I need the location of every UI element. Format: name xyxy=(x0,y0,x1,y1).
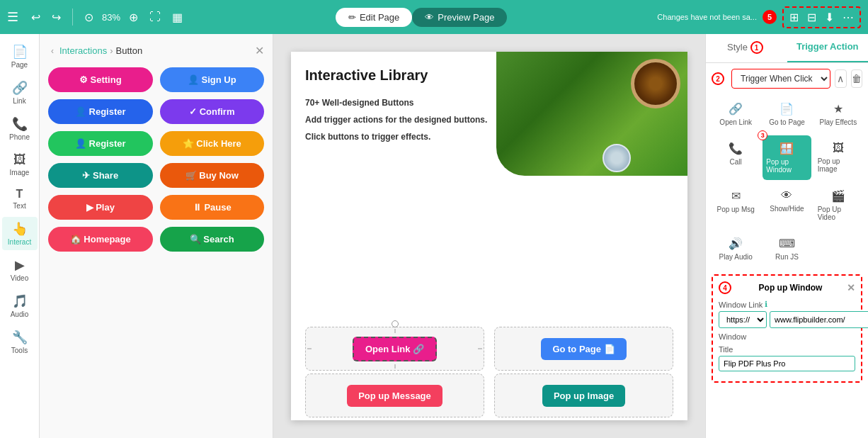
panel-button-7[interactable]: 🛒 Buy Now xyxy=(160,163,265,188)
canvas-popupimg-button[interactable]: Pop up Image xyxy=(542,385,625,407)
badge-1: 1 xyxy=(750,41,763,54)
canvas-gotopage-button[interactable]: Go to Page 📄 xyxy=(541,338,626,360)
action-item-open-link[interactable]: 🔗Open Link xyxy=(712,96,760,133)
edit-page-button[interactable]: ✏ Edit Page xyxy=(336,8,412,27)
redo-icon[interactable]: ↪ xyxy=(49,9,64,26)
action-grid: 🔗Open Link📄Go to Page★Play Effects📞Call🪟… xyxy=(712,96,862,267)
collapse-icon[interactable]: ⊟ xyxy=(804,9,819,26)
topbar-action-icons: ⊞ ⊟ ⬇ ⋯ xyxy=(782,6,861,28)
sidebar-label-tools: Tools xyxy=(11,347,28,354)
badge-4: 4 xyxy=(719,281,731,294)
sidebar-item-tools[interactable]: 🔧 Tools xyxy=(2,325,38,359)
action-item-call[interactable]: 📞Call xyxy=(712,135,760,180)
panel-button-0[interactable]: ⚙ Setting xyxy=(48,67,153,92)
trigger-delete-icon[interactable]: 🗑 xyxy=(851,69,863,88)
interact-icon: 👆 xyxy=(12,221,28,237)
action-item-pop-up-image[interactable]: 🖼Pop up Image xyxy=(814,135,862,180)
protocol-select[interactable]: https:// xyxy=(719,311,767,328)
action-item-play-effects[interactable]: ★Play Effects xyxy=(814,96,862,133)
canvas-gotopage-box: Go to Page 📄 xyxy=(494,327,673,371)
tools-icon: 🔧 xyxy=(12,330,28,345)
action-item-show/hide[interactable]: 👁Show/Hide xyxy=(763,183,811,228)
changes-status: Changes have not been sa... xyxy=(657,13,757,21)
phone-icon: 📞 xyxy=(12,116,28,132)
sidebar-item-phone[interactable]: 📞 Phone xyxy=(2,112,38,145)
action-item-go-to-page[interactable]: 📄Go to Page xyxy=(763,96,811,133)
canvas-area: Interactive Library 70+ Well-designed Bu… xyxy=(273,34,705,438)
right-panel: Style 1 Trigger Action 2 Trigger When Cl… xyxy=(705,34,868,438)
panel-button-10[interactable]: 🏠 Homepage xyxy=(48,227,153,252)
more-icon[interactable]: ⋯ xyxy=(840,9,857,26)
zoom-reset-icon[interactable]: ⊙ xyxy=(81,9,96,26)
popup-window-close[interactable]: ✕ xyxy=(847,282,855,293)
action-item-pop-up-video[interactable]: 🎬Pop Up Video xyxy=(814,183,862,228)
layout-icon[interactable]: ⊞ xyxy=(787,9,801,26)
action-item-pop-up-msg[interactable]: ✉Pop up Msg xyxy=(712,183,760,228)
help-icon[interactable]: ℹ xyxy=(765,300,767,309)
text-icon: T xyxy=(16,188,23,201)
action-icon-6: ✉ xyxy=(731,189,741,203)
panel-button-11[interactable]: 🔍 Search xyxy=(160,227,265,252)
sidebar-item-video[interactable]: ▶ Video xyxy=(2,253,38,286)
grid-icon[interactable]: ▦ xyxy=(169,9,185,26)
preview-page-button[interactable]: 👁 Preview Page xyxy=(412,8,507,27)
breadcrumb-parent[interactable]: Interactions xyxy=(59,45,107,56)
fullscreen-icon[interactable]: ⛶ xyxy=(147,9,164,25)
canvas-buttons-row2: Pop up Message Pop up Image xyxy=(305,374,673,417)
popup-window-section: 4 Pop up Window ✕ Window Link ℹ https:// xyxy=(712,274,862,383)
sidebar-icons: 📄 Page 🔗 Link 📞 Phone 🖼 Image T Text 👆 I… xyxy=(0,34,40,438)
trigger-row: 2 Trigger When Click ∧ 🗑 xyxy=(712,69,862,89)
action-item-run-js[interactable]: ⌨Run JS xyxy=(763,230,811,267)
title-input[interactable] xyxy=(719,356,855,371)
action-icon-4: 🪟 xyxy=(780,142,794,155)
download-icon[interactable]: ⬇ xyxy=(822,9,837,26)
panel-button-3[interactable]: ✓ Confirm xyxy=(160,99,265,124)
tab-trigger-action[interactable]: Trigger Action xyxy=(787,34,869,62)
canvas-popupmsg-box: Pop up Message xyxy=(305,374,484,417)
sidebar-item-text[interactable]: T Text xyxy=(2,184,38,214)
menu-icon[interactable]: ☰ xyxy=(7,9,18,25)
panel-button-8[interactable]: ▶ Play xyxy=(48,195,153,220)
zoom-in-icon[interactable]: ⊕ xyxy=(126,9,141,26)
trigger-when-select[interactable]: Trigger When Click xyxy=(731,69,830,89)
trigger-up-icon[interactable]: ∧ xyxy=(835,69,847,88)
panel-close-button[interactable]: ✕ xyxy=(255,44,264,57)
action-icon-0: 🔗 xyxy=(729,102,743,116)
right-panel-tabs: Style 1 Trigger Action xyxy=(706,34,868,63)
panel-button-9[interactable]: ⏸ Pause xyxy=(160,195,265,220)
preview-icon: 👁 xyxy=(425,12,434,23)
undo-icon[interactable]: ↩ xyxy=(28,9,43,26)
sidebar-item-audio[interactable]: 🎵 Audio xyxy=(2,289,38,322)
canvas-title: Interactive Library xyxy=(305,66,489,84)
page-icon: 📄 xyxy=(12,44,28,60)
action-item-pop-up-window[interactable]: 🪟Pop up Window3 xyxy=(763,135,811,180)
url-input[interactable] xyxy=(770,311,868,328)
tab-style[interactable]: Style 1 xyxy=(706,34,787,62)
sidebar-label-interact: Interact xyxy=(8,238,31,246)
action-icon-10: ⌨ xyxy=(779,237,795,250)
image-icon: 🖼 xyxy=(13,152,26,167)
action-item-play-audio[interactable]: 🔊Play Audio xyxy=(712,230,760,267)
panel-button-6[interactable]: ✈ Share xyxy=(48,163,153,188)
divider1 xyxy=(72,9,73,26)
panel-button-1[interactable]: 👤 Sign Up xyxy=(160,67,265,92)
sidebar-item-interact[interactable]: 👆 Interact xyxy=(2,217,38,250)
action-icon-7: 👁 xyxy=(781,189,792,202)
topbar-right: Changes have not been sa... 5 ⊞ ⊟ ⬇ ⋯ xyxy=(657,6,861,28)
trigger-section: 2 Trigger When Click ∧ 🗑 🔗Open Link📄Go t… xyxy=(706,63,868,391)
canvas-open-link-button[interactable]: Open Link 🔗 xyxy=(353,337,437,361)
sidebar-label-phone: Phone xyxy=(9,133,30,141)
buttons-grid: ⚙ Setting👤 Sign Up👤 Register✓ Confirm👤 R… xyxy=(45,64,267,254)
panel-button-4[interactable]: 👤 Register xyxy=(48,131,153,156)
sidebar-item-link[interactable]: 🔗 Link xyxy=(2,76,38,109)
action-icon-3: 📞 xyxy=(729,142,743,155)
sidebar-label-text: Text xyxy=(13,202,25,210)
sidebar-item-image[interactable]: 🖼 Image xyxy=(2,148,38,181)
breadcrumb-back-icon[interactable]: ‹ xyxy=(48,45,57,57)
panel-button-2[interactable]: 👤 Register xyxy=(48,99,153,124)
panel-button-5[interactable]: ⭐ Click Here xyxy=(160,131,265,156)
sidebar-item-page[interactable]: 📄 Page xyxy=(2,40,38,73)
canvas-popupmsg-button[interactable]: Pop up Message xyxy=(347,385,442,407)
buttons-panel: ‹ Interactions › Button ✕ ⚙ Setting👤 Sig… xyxy=(40,34,273,438)
popup-window-header: 4 Pop up Window ✕ xyxy=(719,281,855,294)
